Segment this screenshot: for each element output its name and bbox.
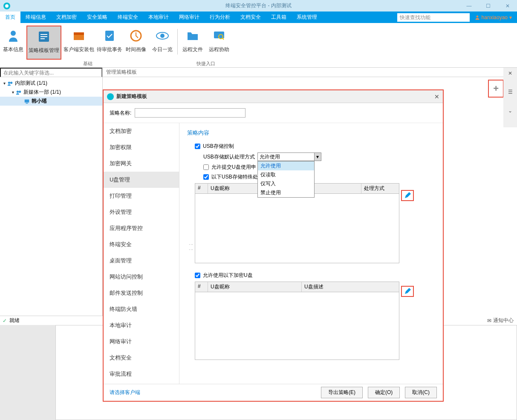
tab-network-audit[interactable]: 网络审计 (174, 12, 205, 23)
dialog-category-list: 文档加密 加密权限 加密网关 U盘管理 打印管理 外设管理 应用程序管控 终端安… (104, 123, 179, 384)
side-item-firewall[interactable]: 终端防火墙 (104, 301, 179, 317)
quick-search-input[interactable] (397, 13, 470, 22)
side-item-net-audit[interactable]: 网络审计 (104, 334, 179, 350)
side-item-local-audit[interactable]: 本地审计 (104, 317, 179, 334)
side-item-encrypt-gateway[interactable]: 加密网关 (104, 155, 179, 172)
dialog-content-panel: 策略内容 USB存储控制 USB存储默认处理方式 允许使用 ▾ 允许使用 仅读取… (179, 123, 443, 384)
tree-node-root[interactable]: ▾ 内部测试 (1/1) (0, 79, 102, 88)
tab-doc-encrypt[interactable]: 文档加密 (51, 12, 82, 23)
ribbon-basic-info[interactable]: 基本信息 (0, 26, 26, 60)
gutter-close-icon[interactable]: ✕ (508, 70, 512, 76)
side-item-doc-sec[interactable]: 文档安全 (104, 350, 179, 366)
org-tree: ▾ 内部测试 (1/1) ▾ 新媒体一部 (1/1) 韩小瑶 (0, 77, 102, 316)
notification-center[interactable]: ✉ 通知中心 (487, 317, 514, 324)
usb-control-label: USB存储控制 (203, 143, 234, 150)
cancel-button[interactable]: 取消(C) (405, 387, 437, 398)
th-nickname: U盘昵称 (208, 282, 302, 292)
add-template-button[interactable]: + (488, 80, 504, 98)
export-policy-button[interactable]: 导出策略(E) (321, 387, 363, 398)
pencil-icon (404, 192, 411, 199)
edit-table1-button[interactable] (401, 190, 414, 201)
tab-terminal-info[interactable]: 终端信息 (20, 12, 51, 23)
side-item-doc-encrypt[interactable]: 文档加密 (104, 123, 179, 139)
tab-toolbox[interactable]: 工具箱 (266, 12, 292, 23)
tab-terminal-security[interactable]: 终端安全 (113, 12, 143, 23)
tree-filter-input[interactable] (0, 68, 102, 77)
combo-option[interactable]: 允许使用 (258, 161, 314, 170)
footer-hint[interactable]: 请选择客户端 (110, 389, 140, 396)
side-item-encrypt-perm[interactable]: 加密权限 (104, 139, 179, 155)
close-window-button[interactable]: ✕ (498, 0, 517, 12)
special-handle-label: 以下USB存储特殊处 (211, 173, 258, 181)
special-handle-checkbox[interactable] (203, 174, 209, 180)
right-gutter: ✕ ☰ ⌄ (503, 68, 517, 127)
policy-name-label: 策略名称: (110, 109, 131, 117)
ribbon-policy-template[interactable]: 策略模板管理 (26, 26, 61, 60)
side-item-website[interactable]: 网站访问控制 (104, 269, 179, 285)
combo-dropdown-list: 允许使用 仅读取 仅写入 禁止使用 (257, 161, 315, 198)
minimize-button[interactable]: — (459, 0, 479, 12)
combo-option[interactable]: 仅读取 (258, 170, 314, 179)
tab-doc-security[interactable]: 文档安全 (235, 12, 266, 23)
chevron-down-icon: ▾ (3, 81, 6, 86)
side-item-usb-manage[interactable]: U盘管理 (104, 172, 179, 188)
tab-sysadmin[interactable]: 系统管理 (292, 12, 322, 23)
allow-encrypt-checkbox[interactable] (195, 273, 200, 278)
usb-default-combobox[interactable]: 允许使用 ▾ 允许使用 仅读取 仅写入 禁止使用 (257, 152, 321, 161)
tab-security-policy[interactable]: 安全策略 (82, 12, 113, 23)
policy-name-input[interactable] (135, 108, 246, 118)
combo-option[interactable]: 禁止使用 (258, 188, 314, 197)
ribbon-remote-assist[interactable]: 远程协助 (206, 26, 232, 60)
svg-point-15 (10, 81, 12, 83)
svg-rect-18 (25, 99, 29, 102)
side-item-app-control[interactable]: 应用程序管控 (104, 220, 179, 236)
ribbon-time-profile[interactable]: 时间画像 (123, 26, 149, 60)
combo-value: 允许使用 (260, 153, 280, 161)
ribbon-label: 远程文件 (182, 46, 203, 53)
side-item-addon[interactable]: 附属功能 (104, 382, 179, 384)
edit-table2-button[interactable] (401, 286, 414, 297)
clock-icon (129, 29, 143, 43)
content-tab[interactable]: 管理策略模板 (103, 68, 517, 77)
allow-encrypt-label: 允许使用以下加密U盘 (203, 272, 253, 279)
side-item-terminal-sec[interactable]: 终端安全 (104, 236, 179, 253)
svg-rect-3 (40, 34, 47, 35)
side-item-peripheral[interactable]: 外设管理 (104, 204, 179, 220)
tree-label: 新媒体一部 (1/1) (23, 89, 61, 96)
gutter-menu-icon[interactable]: ☰ (508, 89, 513, 95)
person-icon (6, 29, 20, 43)
usb-default-label: USB存储默认处理方式 (203, 153, 255, 161)
tree-node-user[interactable]: 韩小瑶 (0, 97, 102, 106)
side-item-email[interactable]: 邮件发送控制 (104, 285, 179, 301)
tab-behavior[interactable]: 行为分析 (205, 12, 235, 23)
window-title: 终端安全管控平台 - 内部测试 (225, 2, 292, 9)
table-body (195, 194, 399, 263)
user-menu[interactable]: hanxiaoyao ▾ (470, 14, 517, 20)
maximize-button[interactable]: ☐ (479, 0, 498, 12)
splitter-handle[interactable]: ⋮⋮ (189, 242, 194, 253)
ribbon-remote-file[interactable]: 远程文件 (179, 26, 206, 60)
ribbon-client-installer[interactable]: 客户端安装包 (61, 26, 96, 60)
gutter-chevron-down-icon[interactable]: ⌄ (508, 108, 512, 114)
side-item-approval[interactable]: 审批流程 (104, 366, 179, 382)
side-item-print-manage[interactable]: 打印管理 (104, 188, 179, 204)
allow-submit-checkbox[interactable] (203, 164, 209, 170)
dialog-close-button[interactable]: ✕ (434, 93, 439, 100)
tree-node-dept[interactable]: ▾ 新媒体一部 (1/1) (0, 88, 102, 97)
status-bar: ✓ 就绪 (0, 316, 103, 325)
ok-button[interactable]: 确定(O) (368, 387, 400, 398)
check-icon: ✓ (3, 318, 7, 324)
user-name: hanxiaoyao (482, 14, 508, 20)
tab-local-audit[interactable]: 本地审计 (143, 12, 174, 23)
usb-control-checkbox[interactable] (195, 144, 200, 149)
main-menubar: 首页 终端信息 文档加密 安全策略 终端安全 本地审计 网络审计 行为分析 文档… (0, 12, 517, 23)
tab-home[interactable]: 首页 (0, 12, 20, 23)
ribbon-today-overview[interactable]: 今日一览 (149, 26, 176, 60)
combo-dropdown-button[interactable]: ▾ (315, 152, 321, 161)
ribbon-group-label: 基础 (83, 60, 92, 67)
side-item-desktop[interactable]: 桌面管理 (104, 253, 179, 269)
combo-option[interactable]: 仅写入 (258, 179, 314, 188)
ribbon-pending-approval[interactable]: 待审批事务 (96, 26, 123, 60)
status-text: 就绪 (9, 317, 20, 324)
ribbon-separator (177, 29, 178, 55)
